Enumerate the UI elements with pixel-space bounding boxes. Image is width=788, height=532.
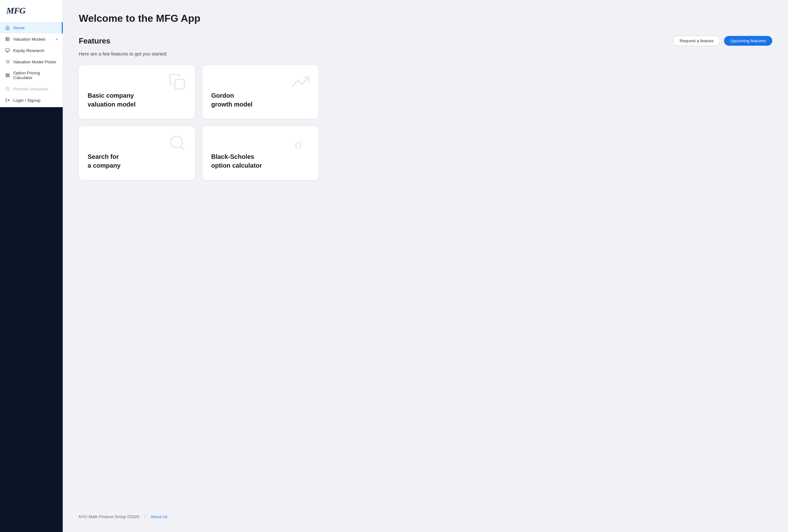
sidebar-bottom-decoration (0, 107, 63, 532)
card-search-company[interactable]: Search fora company (79, 126, 195, 180)
chevron-down-icon: ▾ (56, 38, 58, 41)
svg-rect-14 (8, 74, 9, 75)
sidebar: MFG Home (0, 0, 63, 532)
features-buttons: Request a feature Upcoming features (673, 36, 772, 46)
card-basic-company-valuation[interactable]: Basic companyvaluation model (79, 65, 195, 119)
card-black-scholes[interactable]: σ Black-Scholesoption calculator (202, 126, 318, 180)
list-icon (5, 59, 10, 64)
sidebar-item-portfolio-visualizer: Portfolio Visualizer (0, 83, 63, 95)
grid-icon (5, 73, 10, 78)
footer-copyright: NYU Math Finance Group ©2020 (79, 514, 139, 519)
sidebar-item-valuation-models[interactable]: Valuation Models ▾ (0, 34, 63, 45)
svg-rect-0 (6, 38, 9, 41)
sidebar-item-portfolio-visualizer-label: Portfolio Visualizer (13, 87, 48, 92)
sidebar-item-home-label: Home (13, 25, 25, 30)
sidebar-item-valuation-model-picker-label: Valuation Model Picker (13, 60, 56, 64)
svg-line-21 (181, 146, 184, 150)
copy-icon (168, 73, 186, 92)
about-us-link[interactable]: About Us (151, 514, 168, 519)
card-gordon-growth[interactable]: Gordongrowth model (202, 65, 318, 119)
table-icon (5, 37, 10, 42)
sidebar-item-valuation-model-picker[interactable]: Valuation Model Picker (0, 56, 63, 67)
footer-separator: | (144, 514, 145, 519)
card-black-scholes-title: Black-Scholesoption calculator (211, 152, 310, 170)
home-icon (5, 25, 10, 30)
clock-icon (5, 86, 10, 92)
features-subtitle: Here are a few features to get you start… (79, 51, 772, 56)
logo-area: MFG (0, 0, 63, 21)
sidebar-item-equity-research-label: Equity Research (13, 48, 44, 53)
svg-rect-16 (6, 76, 7, 77)
request-feature-button[interactable]: Request a feature (673, 36, 720, 46)
app-logo: MFG (6, 6, 25, 16)
card-gordon-growth-title: Gordongrowth model (211, 91, 310, 109)
page-title: Welcome to the MFG App (79, 13, 772, 24)
upcoming-features-button[interactable]: Upcoming features (724, 36, 772, 46)
login-icon (5, 98, 10, 103)
sidebar-item-option-pricing-calculator-label: Option Pricing Calculator (13, 71, 58, 80)
svg-rect-4 (6, 49, 9, 52)
chart-icon (5, 48, 10, 53)
nav-list: Home Valuation Models ▾ (0, 21, 63, 107)
card-search-company-title: Search fora company (87, 152, 186, 170)
footer: NYU Math Finance Group ©2020 | About Us (79, 511, 772, 519)
svg-rect-15 (8, 76, 9, 77)
sidebar-item-login-signup[interactable]: Login / Signup (0, 95, 63, 106)
svg-rect-13 (6, 74, 7, 75)
sidebar-nav: Home Valuation Models ▾ (0, 21, 63, 107)
main-content: Welcome to the MFG App Features Request … (63, 0, 788, 532)
cards-grid: Basic companyvaluation model Gordongrowt… (79, 65, 318, 180)
trending-up-icon (292, 73, 310, 92)
sigma-icon: σ (292, 134, 310, 153)
sidebar-item-home[interactable]: Home (0, 22, 63, 34)
features-label: Features (79, 37, 110, 45)
features-header: Features Request a feature Upcoming feat… (79, 36, 772, 46)
sidebar-item-option-pricing-calculator[interactable]: Option Pricing Calculator (0, 67, 63, 83)
sidebar-item-valuation-models-label: Valuation Models (13, 37, 46, 42)
search-icon (168, 134, 186, 153)
sidebar-item-equity-research[interactable]: Equity Research (0, 45, 63, 56)
sidebar-item-login-signup-label: Login / Signup (13, 98, 40, 103)
svg-rect-19 (175, 79, 184, 89)
card-basic-company-title: Basic companyvaluation model (87, 91, 186, 109)
svg-text:σ: σ (295, 136, 302, 152)
